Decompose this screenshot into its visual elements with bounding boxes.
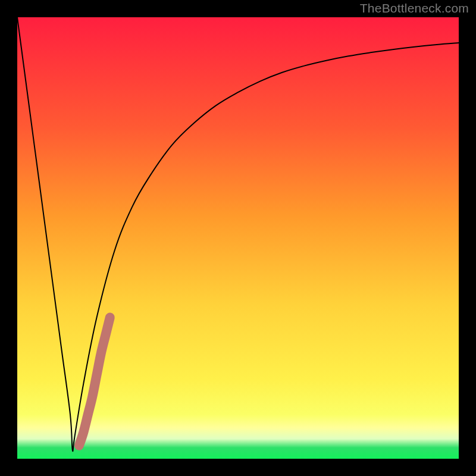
plot-area bbox=[17, 17, 459, 459]
watermark-text: TheBottleneck.com bbox=[360, 1, 469, 15]
chart-svg bbox=[0, 0, 476, 476]
chart-stage: TheBottleneck.com bbox=[0, 0, 476, 476]
